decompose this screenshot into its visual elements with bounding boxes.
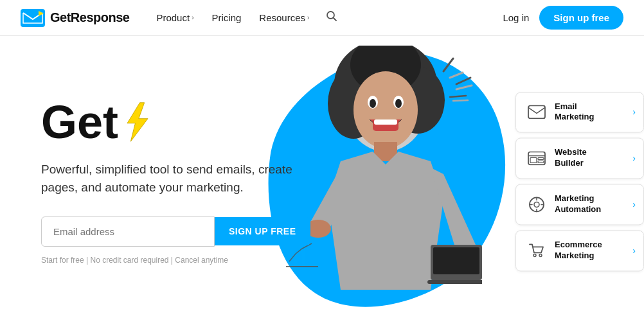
svg-rect-36: [538, 161, 544, 163]
website-builder-label: WebsiteBuilder: [555, 148, 587, 170]
hero-section: Get Powerful, simplified tool to send em…: [0, 36, 644, 327]
svg-rect-15: [374, 119, 397, 125]
email-chevron-icon: ›: [632, 107, 636, 118]
feature-cards: EmailMarketing › WebsiteBuilder ›: [515, 92, 644, 271]
marketing-automation-icon: [526, 194, 547, 215]
logo-text: GetResponse: [50, 10, 129, 25]
email-marketing-icon: [526, 102, 547, 123]
ecommerce-marketing-label: EcommerceMarketing: [555, 240, 602, 261]
nav-product[interactable]: Product ›: [150, 7, 200, 28]
marketing-automation-label: MarketingAutomation: [555, 194, 601, 216]
svg-rect-31: [528, 106, 545, 119]
feature-card-ecommerce[interactable]: EcommerceMarketing ›: [515, 230, 644, 271]
login-link[interactable]: Log in: [503, 12, 529, 23]
navbar: GetResponse Product › Pricing Resources …: [0, 0, 644, 36]
ecommerce-marketing-icon: [526, 240, 547, 261]
feature-card-automation[interactable]: MarketingAutomation ›: [515, 184, 644, 225]
email-input[interactable]: [41, 217, 215, 247]
feature-card-email[interactable]: EmailMarketing ›: [515, 92, 644, 133]
email-marketing-label: EmailMarketing: [555, 102, 594, 123]
hero-title: Get: [41, 99, 315, 145]
hero-subtitle: Powerful, simplified tool to send emails…: [41, 161, 315, 197]
hero-title-get: Get: [41, 99, 118, 145]
svg-point-12: [370, 99, 376, 108]
form-signup-button[interactable]: SIGN UP FREE: [215, 217, 310, 245]
svg-line-30: [453, 100, 468, 101]
website-builder-icon: [526, 148, 547, 169]
svg-point-13: [395, 99, 402, 108]
svg-rect-34: [530, 158, 537, 163]
nav-resources[interactable]: Resources ›: [253, 7, 316, 28]
nav-right: Log in Sign up free: [503, 6, 623, 30]
feature-card-website[interactable]: WebsiteBuilder ›: [515, 138, 644, 179]
product-chevron-icon: ›: [192, 14, 193, 21]
search-button[interactable]: [321, 5, 343, 30]
svg-rect-20: [427, 280, 482, 284]
ecommerce-chevron-icon: ›: [632, 245, 636, 256]
nav-signup-button[interactable]: Sign up free: [539, 6, 623, 30]
logo[interactable]: GetResponse: [21, 9, 129, 27]
nav-links: Product › Pricing Resources ›: [150, 5, 503, 30]
svg-point-44: [539, 254, 542, 256]
decorative-lines: [437, 71, 476, 123]
svg-point-43: [533, 254, 536, 256]
nav-pricing[interactable]: Pricing: [205, 7, 247, 28]
svg-line-3: [334, 18, 337, 21]
hero-disclaimer: Start for free | No credit card required…: [41, 256, 315, 265]
svg-line-21: [443, 58, 453, 71]
hero-form: SIGN UP FREE: [41, 217, 315, 247]
automation-chevron-icon: ›: [632, 199, 636, 209]
hero-left: Get Powerful, simplified tool to send em…: [0, 73, 315, 290]
logo-icon: [21, 9, 45, 27]
svg-point-38: [534, 202, 539, 207]
website-chevron-icon: ›: [632, 154, 636, 164]
svg-rect-35: [538, 158, 544, 160]
svg-rect-19: [433, 247, 479, 274]
svg-rect-0: [21, 9, 45, 27]
svg-point-9: [353, 71, 418, 148]
svg-line-28: [450, 73, 463, 78]
lightning-icon: [121, 102, 154, 143]
svg-line-29: [456, 85, 472, 89]
resources-chevron-icon: ›: [307, 14, 309, 21]
search-icon: [326, 10, 337, 22]
